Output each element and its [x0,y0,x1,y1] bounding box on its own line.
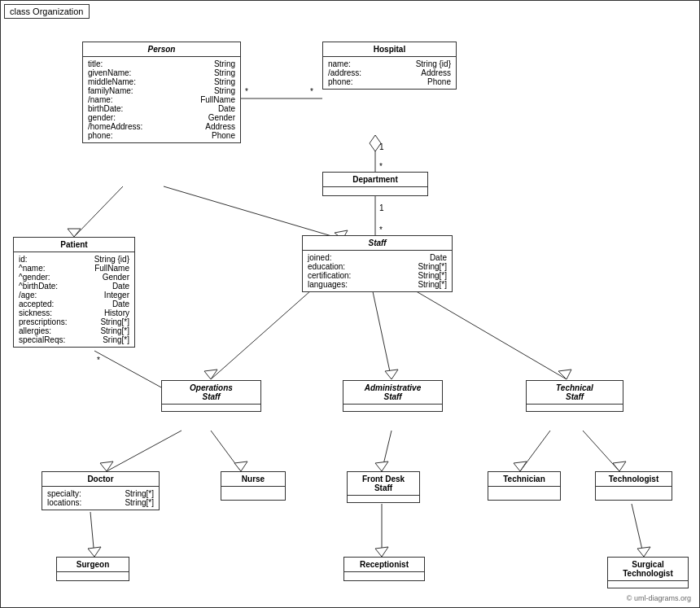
technician-class-body [488,487,560,500]
svg-marker-26 [234,461,247,471]
front-desk-staff-body [348,496,419,502]
svg-marker-22 [558,370,571,379]
receptionist-class-header: Receptionist [344,558,424,572]
svg-line-23 [107,431,182,471]
surgical-technologist-class: Surgical Technologist [607,557,689,588]
svg-line-25 [211,431,241,471]
operations-staff-class: Operations Staff [161,380,261,412]
svg-line-27 [382,431,392,471]
svg-text:1: 1 [379,142,384,151]
technical-staff-header: Technical Staff [527,381,623,405]
doctor-class-body: specialty:String[*] locations:String[*] [42,487,159,510]
person-class-body: title:String givenName:String middleName… [83,57,240,142]
operations-staff-header: Operations Staff [162,381,260,405]
uml-diagram: class Organization * * 1 * 1 * * * [0,0,700,608]
svg-line-12 [164,186,343,239]
patient-class: Patient id:String {id} ^name:FullName ^g… [13,237,135,348]
person-class: Person title:String givenName:String mid… [82,42,241,143]
svg-marker-24 [100,461,113,471]
diagram-title: class Organization [4,4,90,19]
technologist-class-body [596,487,672,500]
svg-marker-36 [375,547,388,557]
surgical-technologist-body [608,581,688,588]
svg-marker-32 [613,461,626,471]
svg-line-19 [371,284,392,379]
department-class-header: Department [323,173,427,187]
nurse-class: Nurse [221,471,286,501]
hospital-class: Hospital name:String {id} /address:Addre… [322,42,457,90]
svg-marker-18 [204,370,217,379]
receptionist-class: Receptionist [343,557,425,581]
administrative-staff-body [343,405,442,411]
svg-line-29 [520,431,550,471]
svg-line-33 [90,512,94,557]
hospital-class-body: name:String {id} /address:Address phone:… [323,57,456,89]
staff-class-body: joined:Date education:String[*] certific… [303,251,452,291]
svg-marker-30 [514,461,527,471]
surgeon-class: Surgeon [56,557,129,581]
surgeon-class-header: Surgeon [57,558,129,572]
technician-class-header: Technician [488,472,560,487]
svg-line-10 [74,186,123,237]
svg-marker-34 [88,547,101,557]
svg-line-31 [583,431,619,471]
technical-staff-body [527,405,623,411]
nurse-class-body [221,487,285,500]
svg-marker-4 [370,135,381,151]
svg-text:*: * [97,356,100,365]
technologist-class-header: Technologist [596,472,672,487]
operations-staff-body [162,405,260,411]
doctor-class-header: Doctor [42,472,159,487]
technical-staff-class: Technical Staff [526,380,623,412]
svg-line-17 [211,284,318,379]
person-class-header: Person [83,42,240,57]
surgeon-class-body [57,572,129,580]
department-class-body [323,187,427,195]
front-desk-staff-class: Front Desk Staff [347,471,420,503]
receptionist-class-body [344,572,424,580]
hospital-class-header: Hospital [323,42,456,57]
svg-line-37 [632,504,644,557]
doctor-class: Doctor specialty:String[*] locations:Str… [42,471,160,510]
department-class: Department [322,172,428,196]
technician-class: Technician [488,471,561,501]
patient-class-header: Patient [14,238,134,252]
nurse-class-header: Nurse [221,472,285,487]
svg-line-21 [404,284,567,379]
staff-class-header: Staff [303,236,452,251]
svg-text:1: 1 [379,203,384,212]
svg-text:*: * [379,225,383,234]
svg-marker-11 [68,229,81,237]
administrative-staff-class: Administrative Staff [343,380,443,412]
svg-text:*: * [379,162,383,171]
svg-marker-28 [375,461,388,471]
patient-class-body: id:String {id} ^name:FullName ^gender:Ge… [14,252,134,347]
front-desk-staff-header: Front Desk Staff [348,472,419,496]
svg-marker-38 [637,547,650,557]
svg-marker-20 [385,370,398,379]
svg-text:*: * [310,87,313,96]
copyright: © uml-diagrams.org [627,594,691,602]
surgical-technologist-header: Surgical Technologist [608,558,688,581]
technologist-class: Technologist [595,471,672,501]
svg-text:*: * [245,87,248,96]
staff-class: Staff joined:Date education:String[*] ce… [302,235,453,292]
administrative-staff-header: Administrative Staff [343,381,442,405]
